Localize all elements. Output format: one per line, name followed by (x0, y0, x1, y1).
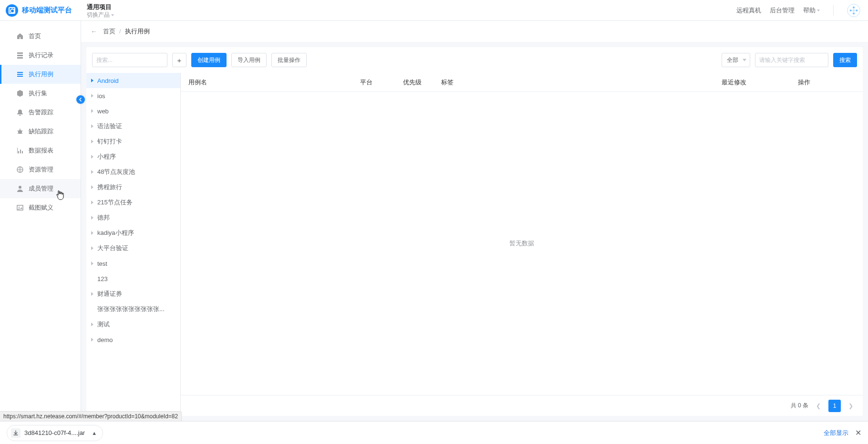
tree-node-label: 48节点灰度池 (97, 168, 135, 176)
user-icon (16, 185, 24, 192)
chart-icon (16, 147, 24, 154)
sidebar: 首页执行记录执行用例执行集告警跟踪缺陷跟踪数据报表资源管理成员管理截图赋义 (0, 21, 81, 421)
caret-right-icon (91, 109, 93, 113)
create-case-button[interactable]: 创建用例 (191, 53, 227, 67)
tree-node[interactable]: kadiya小程序 (86, 225, 180, 241)
chevron-down-icon (817, 10, 820, 11)
caret-right-icon (91, 323, 93, 326)
admin-link[interactable]: 后台管理 (770, 6, 795, 15)
sidebar-item-bug[interactable]: 缺陷跟踪 (0, 122, 81, 141)
caret-right-icon (91, 94, 93, 98)
tree-node[interactable]: 财通证券 (86, 286, 180, 302)
breadcrumb: ← 首页 / 执行用例 (81, 21, 868, 42)
tree-node[interactable]: Android (86, 73, 180, 88)
main-column: ← 首页 / 执行用例 + 创建用例 导入用例 批量操作 全部 搜索 (81, 21, 868, 421)
sidebar-item-exec-case[interactable]: 执行用例 (0, 65, 81, 84)
tree-node-label: 携程旅行 (97, 183, 122, 192)
tree-node[interactable]: 德邦 (86, 210, 180, 225)
project-block: 通用项目 切换产品 (81, 1, 114, 20)
tree-node[interactable]: test (86, 256, 180, 271)
caret-right-icon (91, 155, 93, 159)
caret-right-icon (91, 262, 93, 265)
collapse-sidebar-button[interactable] (76, 95, 85, 104)
sidebar-item-report[interactable]: 数据报表 (0, 141, 81, 160)
breadcrumb-separator: / (119, 28, 121, 35)
filter-select[interactable]: 全部 (722, 53, 750, 67)
back-arrow-icon[interactable]: ← (91, 28, 97, 35)
tree-node[interactable]: 小程序 (86, 149, 180, 164)
sidebar-item-exec-set[interactable]: 执行集 (0, 84, 81, 103)
bell-icon (16, 109, 24, 116)
tree-node[interactable]: 语法验证 (86, 119, 180, 134)
tree-node[interactable]: 测试 (86, 317, 180, 332)
tree-node-label: 德邦 (97, 213, 110, 222)
remote-link[interactable]: 远程真机 (736, 6, 761, 15)
search-button[interactable]: 搜索 (833, 53, 857, 67)
svg-point-5 (852, 9, 855, 12)
tree-node[interactable]: ios (86, 88, 180, 103)
top-header: 移动端测试平台 通用项目 切换产品 远程真机 后台管理 帮助 (0, 0, 868, 21)
avatar[interactable] (847, 4, 860, 17)
switch-product-link[interactable]: 切换产品 (87, 11, 114, 19)
tree-node[interactable]: 张张张张张张张张张张... (86, 302, 180, 317)
tree-node[interactable]: web (86, 103, 180, 119)
page-number[interactable]: 1 (828, 400, 841, 412)
add-tree-node-button[interactable]: + (172, 53, 186, 67)
show-all-downloads-link[interactable]: 全部显示 (824, 429, 848, 437)
caret-right-icon (91, 216, 93, 220)
tree-pane[interactable]: Androidiosweb语法验证钉钉打卡小程序48节点灰度池携程旅行215节点… (86, 73, 181, 416)
import-case-button[interactable]: 导入用例 (231, 53, 267, 67)
tree-node[interactable]: 携程旅行 (86, 180, 180, 195)
tree-node[interactable]: 钉钉打卡 (86, 134, 180, 149)
svg-point-6 (18, 130, 22, 134)
svg-point-10 (19, 207, 20, 208)
caret-right-icon (91, 246, 93, 250)
svg-point-2 (856, 9, 858, 11)
close-download-bar-button[interactable]: ✕ (855, 428, 861, 437)
tree-node-label: web (97, 108, 109, 115)
tree-node[interactable]: 大平台验证 (86, 241, 180, 256)
divider (833, 5, 834, 16)
caret-right-icon (91, 292, 93, 296)
tree-node-label: 钉钉打卡 (97, 137, 122, 146)
tree-node-label: 语法验证 (97, 122, 122, 131)
batch-ops-button[interactable]: 批量操作 (271, 53, 307, 67)
sidebar-item-screenshot[interactable]: 截图赋义 (0, 198, 81, 217)
logo-area[interactable]: 移动端测试平台 (0, 0, 81, 21)
tree-node[interactable]: 123 (86, 271, 180, 286)
project-title: 通用项目 (87, 3, 114, 11)
switch-product-label: 切换产品 (87, 11, 110, 19)
tree-node-label: 小程序 (97, 152, 116, 161)
download-chip[interactable]: 3d841210-c07f-4....jar ▲ (7, 425, 103, 441)
sidebar-item-label: 截图赋义 (29, 203, 53, 212)
logo-text: 移动端测试平台 (22, 6, 72, 15)
breadcrumb-home[interactable]: 首页 (103, 27, 115, 36)
keyword-input[interactable] (755, 53, 828, 67)
menu-icon (16, 71, 24, 78)
tree-node-label: 测试 (97, 320, 110, 329)
logo-icon (6, 4, 18, 17)
sidebar-item-resource[interactable]: 资源管理 (0, 160, 81, 179)
pagination: 共 0 条 ❮ 1 ❯ (181, 395, 863, 416)
tree-node[interactable]: 215节点任务 (86, 195, 180, 210)
breadcrumb-current: 执行用例 (125, 27, 150, 36)
content-card: + 创建用例 导入用例 批量操作 全部 搜索 Androidiosweb语法验证… (86, 47, 863, 416)
tree-search-input[interactable] (92, 53, 167, 67)
column-ops: 操作 (798, 78, 855, 87)
tree-node[interactable]: demo (86, 332, 180, 347)
tree-node-label: 123 (97, 275, 108, 283)
sidebar-item-label: 数据报表 (29, 146, 53, 155)
sidebar-item-alarm[interactable]: 告警跟踪 (0, 103, 81, 122)
sidebar-item-home[interactable]: 首页 (0, 27, 81, 46)
sidebar-item-exec-log[interactable]: 执行记录 (0, 46, 81, 65)
download-filename: 3d841210-c07f-4....jar (24, 429, 85, 436)
svg-point-1 (853, 6, 855, 8)
prev-page-button[interactable]: ❮ (814, 403, 823, 409)
next-page-button[interactable]: ❯ (847, 403, 855, 409)
tree-node-label: demo (97, 336, 113, 343)
help-label: 帮助 (803, 6, 816, 15)
status-bar-url: https://smart.hz.netease.com/#/member?pr… (0, 411, 182, 421)
help-link[interactable]: 帮助 (803, 6, 820, 15)
sidebar-item-member[interactable]: 成员管理 (0, 179, 81, 198)
tree-node[interactable]: 48节点灰度池 (86, 164, 180, 180)
